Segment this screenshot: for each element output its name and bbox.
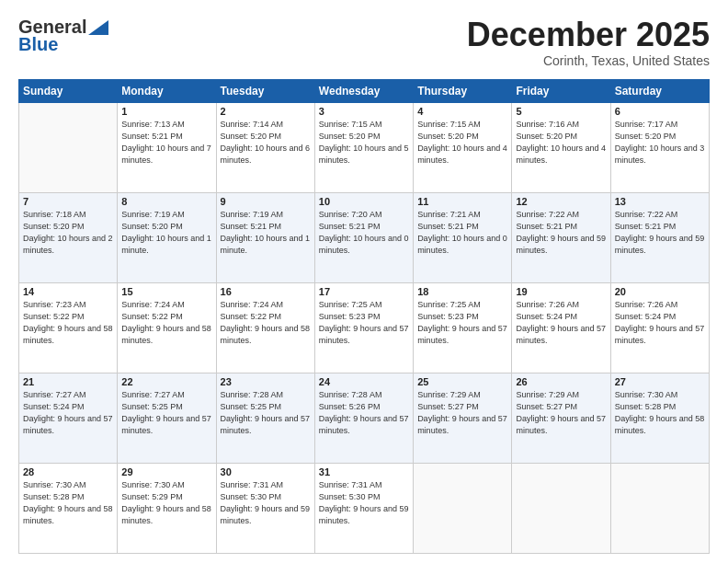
calendar-body: 1Sunrise: 7:13 AMSunset: 5:21 PMDaylight… xyxy=(19,102,710,553)
day-info: Sunrise: 7:19 AMSunset: 5:21 PMDaylight:… xyxy=(221,209,311,257)
calendar-cell: 13Sunrise: 7:22 AMSunset: 5:21 PMDayligh… xyxy=(610,192,709,282)
day-number: 15 xyxy=(121,286,211,297)
day-number: 8 xyxy=(121,196,211,207)
calendar-cell: 20Sunrise: 7:26 AMSunset: 5:24 PMDayligh… xyxy=(610,282,709,373)
day-number: 13 xyxy=(615,196,705,207)
day-number: 25 xyxy=(417,376,507,387)
day-number: 5 xyxy=(516,106,606,117)
day-number: 28 xyxy=(23,466,113,477)
day-number: 23 xyxy=(221,376,311,387)
calendar-row-4: 28Sunrise: 7:30 AMSunset: 5:28 PMDayligh… xyxy=(19,463,710,553)
calendar-cell: 18Sunrise: 7:25 AMSunset: 5:23 PMDayligh… xyxy=(414,282,512,373)
calendar-cell: 23Sunrise: 7:28 AMSunset: 5:25 PMDayligh… xyxy=(216,373,314,463)
calendar-table: Sunday Monday Tuesday Wednesday Thursday… xyxy=(18,79,710,554)
day-number: 10 xyxy=(319,196,409,207)
calendar-row-0: 1Sunrise: 7:13 AMSunset: 5:21 PMDaylight… xyxy=(19,102,710,192)
calendar-cell xyxy=(512,463,610,553)
th-saturday: Saturday xyxy=(610,79,709,102)
day-info: Sunrise: 7:30 AMSunset: 5:28 PMDaylight:… xyxy=(615,389,705,437)
calendar-cell: 14Sunrise: 7:23 AMSunset: 5:22 PMDayligh… xyxy=(19,282,118,373)
day-number: 3 xyxy=(319,106,409,117)
calendar-cell xyxy=(19,102,118,192)
title-block: December 2025 Corinth, Texas, United Sta… xyxy=(467,17,710,68)
logo-blue: Blue xyxy=(18,34,58,55)
day-info: Sunrise: 7:14 AMSunset: 5:20 PMDaylight:… xyxy=(221,119,311,167)
day-number: 4 xyxy=(417,106,507,117)
calendar-cell: 21Sunrise: 7:27 AMSunset: 5:24 PMDayligh… xyxy=(19,373,118,463)
day-info: Sunrise: 7:15 AMSunset: 5:20 PMDaylight:… xyxy=(417,119,507,167)
calendar-row-1: 7Sunrise: 7:18 AMSunset: 5:20 PMDaylight… xyxy=(19,192,710,282)
calendar-cell: 10Sunrise: 7:20 AMSunset: 5:21 PMDayligh… xyxy=(314,192,413,282)
day-info: Sunrise: 7:30 AMSunset: 5:28 PMDaylight:… xyxy=(23,479,113,527)
day-number: 27 xyxy=(615,376,705,387)
day-number: 24 xyxy=(319,376,409,387)
day-info: Sunrise: 7:17 AMSunset: 5:20 PMDaylight:… xyxy=(615,119,705,167)
day-info: Sunrise: 7:23 AMSunset: 5:22 PMDaylight:… xyxy=(23,299,113,347)
calendar-cell: 30Sunrise: 7:31 AMSunset: 5:30 PMDayligh… xyxy=(216,463,314,553)
day-info: Sunrise: 7:31 AMSunset: 5:30 PMDaylight:… xyxy=(221,479,311,527)
day-info: Sunrise: 7:22 AMSunset: 5:21 PMDaylight:… xyxy=(615,209,705,257)
day-info: Sunrise: 7:31 AMSunset: 5:30 PMDaylight:… xyxy=(319,479,409,527)
day-number: 18 xyxy=(417,286,507,297)
day-info: Sunrise: 7:20 AMSunset: 5:21 PMDaylight:… xyxy=(319,209,409,257)
calendar-cell: 17Sunrise: 7:25 AMSunset: 5:23 PMDayligh… xyxy=(314,282,413,373)
month-title: December 2025 xyxy=(467,17,710,53)
calendar-cell: 4Sunrise: 7:15 AMSunset: 5:20 PMDaylight… xyxy=(414,102,512,192)
day-number: 11 xyxy=(417,196,507,207)
logo-icon xyxy=(88,20,108,35)
day-info: Sunrise: 7:26 AMSunset: 5:24 PMDaylight:… xyxy=(615,299,705,347)
calendar-cell xyxy=(414,463,512,553)
calendar-cell: 25Sunrise: 7:29 AMSunset: 5:27 PMDayligh… xyxy=(414,373,512,463)
calendar-cell xyxy=(610,463,709,553)
calendar-cell: 12Sunrise: 7:22 AMSunset: 5:21 PMDayligh… xyxy=(512,192,610,282)
day-info: Sunrise: 7:25 AMSunset: 5:23 PMDaylight:… xyxy=(319,299,409,347)
day-number: 1 xyxy=(121,106,211,117)
day-number: 2 xyxy=(221,106,311,117)
th-thursday: Thursday xyxy=(414,79,512,102)
day-number: 14 xyxy=(23,286,113,297)
calendar-row-2: 14Sunrise: 7:23 AMSunset: 5:22 PMDayligh… xyxy=(19,282,710,373)
calendar-cell: 27Sunrise: 7:30 AMSunset: 5:28 PMDayligh… xyxy=(610,373,709,463)
calendar-cell: 11Sunrise: 7:21 AMSunset: 5:21 PMDayligh… xyxy=(414,192,512,282)
calendar-cell: 26Sunrise: 7:29 AMSunset: 5:27 PMDayligh… xyxy=(512,373,610,463)
day-number: 29 xyxy=(121,466,211,477)
calendar-cell: 9Sunrise: 7:19 AMSunset: 5:21 PMDaylight… xyxy=(216,192,314,282)
svg-marker-0 xyxy=(88,20,108,35)
calendar-cell: 5Sunrise: 7:16 AMSunset: 5:20 PMDaylight… xyxy=(512,102,610,192)
calendar-cell: 29Sunrise: 7:30 AMSunset: 5:29 PMDayligh… xyxy=(118,463,216,553)
day-info: Sunrise: 7:13 AMSunset: 5:21 PMDaylight:… xyxy=(121,119,211,167)
day-info: Sunrise: 7:26 AMSunset: 5:24 PMDaylight:… xyxy=(516,299,606,347)
day-number: 21 xyxy=(23,376,113,387)
day-number: 31 xyxy=(319,466,409,477)
day-number: 22 xyxy=(121,376,211,387)
calendar-cell: 24Sunrise: 7:28 AMSunset: 5:26 PMDayligh… xyxy=(314,373,413,463)
calendar-row-3: 21Sunrise: 7:27 AMSunset: 5:24 PMDayligh… xyxy=(19,373,710,463)
header: General Blue December 2025 Corinth, Texa… xyxy=(18,17,710,68)
calendar-cell: 8Sunrise: 7:19 AMSunset: 5:20 PMDaylight… xyxy=(118,192,216,282)
day-info: Sunrise: 7:15 AMSunset: 5:20 PMDaylight:… xyxy=(319,119,409,167)
day-number: 17 xyxy=(319,286,409,297)
calendar-cell: 16Sunrise: 7:24 AMSunset: 5:22 PMDayligh… xyxy=(216,282,314,373)
day-info: Sunrise: 7:22 AMSunset: 5:21 PMDaylight:… xyxy=(516,209,606,257)
calendar-cell: 15Sunrise: 7:24 AMSunset: 5:22 PMDayligh… xyxy=(118,282,216,373)
location-subtitle: Corinth, Texas, United States xyxy=(467,53,710,68)
day-number: 16 xyxy=(221,286,311,297)
day-info: Sunrise: 7:27 AMSunset: 5:24 PMDaylight:… xyxy=(23,389,113,437)
th-tuesday: Tuesday xyxy=(216,79,314,102)
calendar-cell: 7Sunrise: 7:18 AMSunset: 5:20 PMDaylight… xyxy=(19,192,118,282)
day-number: 26 xyxy=(516,376,606,387)
day-info: Sunrise: 7:30 AMSunset: 5:29 PMDaylight:… xyxy=(121,479,211,527)
day-info: Sunrise: 7:25 AMSunset: 5:23 PMDaylight:… xyxy=(417,299,507,347)
calendar-cell: 19Sunrise: 7:26 AMSunset: 5:24 PMDayligh… xyxy=(512,282,610,373)
th-wednesday: Wednesday xyxy=(314,79,413,102)
day-info: Sunrise: 7:18 AMSunset: 5:20 PMDaylight:… xyxy=(23,209,113,257)
day-number: 9 xyxy=(221,196,311,207)
day-info: Sunrise: 7:24 AMSunset: 5:22 PMDaylight:… xyxy=(221,299,311,347)
day-number: 6 xyxy=(615,106,705,117)
calendar-cell: 1Sunrise: 7:13 AMSunset: 5:21 PMDaylight… xyxy=(118,102,216,192)
calendar-cell: 22Sunrise: 7:27 AMSunset: 5:25 PMDayligh… xyxy=(118,373,216,463)
day-info: Sunrise: 7:21 AMSunset: 5:21 PMDaylight:… xyxy=(417,209,507,257)
calendar-page: General Blue December 2025 Corinth, Texa… xyxy=(0,0,728,563)
day-info: Sunrise: 7:19 AMSunset: 5:20 PMDaylight:… xyxy=(121,209,211,257)
day-number: 7 xyxy=(23,196,113,207)
